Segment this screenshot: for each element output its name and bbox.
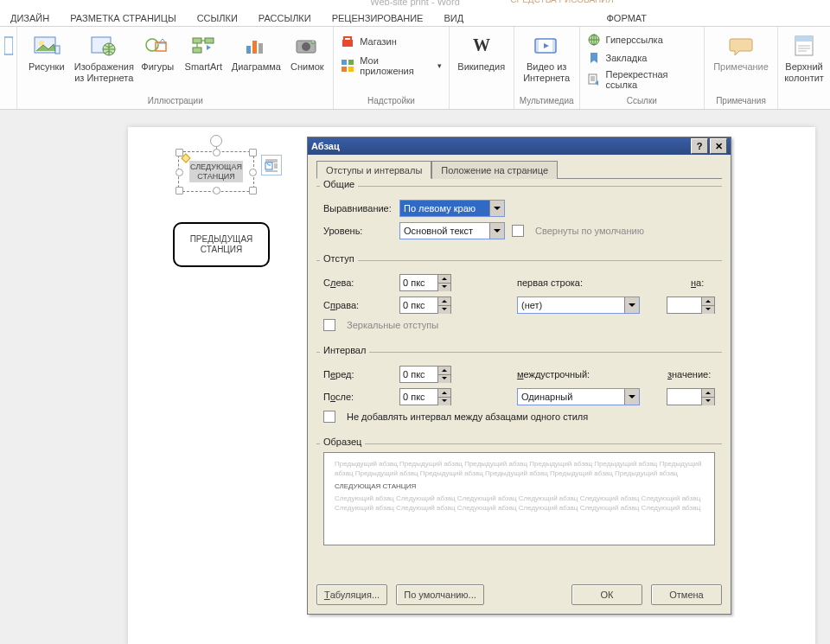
resize-handle[interactable] — [176, 149, 183, 156]
resize-handle[interactable] — [213, 187, 220, 194]
group-general-label: Общие — [320, 179, 358, 189]
bookmark-button[interactable]: Закладка — [585, 50, 649, 66]
svg-text:W: W — [473, 35, 490, 54]
indent-right-spinner[interactable]: 0 пкс — [399, 296, 451, 314]
tab-review[interactable]: РЕЦЕНЗИРОВАНИЕ — [322, 10, 434, 26]
hyperlink-button[interactable]: Гиперссылка — [585, 32, 665, 48]
store-button[interactable]: Магазин — [339, 34, 398, 49]
tab-references[interactable]: ССЫЛКИ — [187, 10, 248, 26]
resize-handle[interactable] — [249, 187, 257, 194]
comment-button[interactable]: Примечание — [710, 30, 772, 73]
bookmark-label: Закладка — [606, 53, 648, 63]
indent-left-spinner[interactable]: 0 пкс — [399, 274, 451, 291]
spin-up[interactable] — [702, 297, 714, 306]
resize-handle[interactable] — [176, 169, 183, 176]
crossref-button[interactable]: Перекрестная ссылка — [585, 68, 699, 91]
comment-icon — [727, 32, 755, 60]
myapps-button[interactable]: Мои приложения ▾ — [339, 54, 443, 77]
smartart-button[interactable]: SmartArt — [181, 30, 226, 73]
chevron-down-icon — [624, 297, 639, 313]
no-space-same-style-checkbox[interactable] — [323, 411, 335, 423]
crossref-label: Перекрестная ссылка — [606, 69, 697, 90]
resize-handle[interactable] — [176, 187, 183, 194]
by-label: на: — [691, 277, 715, 288]
tab-page-position[interactable]: Положение на странице — [431, 161, 558, 179]
spin-down[interactable] — [438, 398, 450, 405]
space-after-spinner[interactable]: 0 пкс — [399, 388, 451, 405]
online-pictures-button[interactable]: Изображения из Интернета — [73, 30, 134, 83]
spin-up[interactable] — [438, 367, 450, 375]
tabs-button[interactable]: Табуляция... — [316, 584, 387, 605]
svg-rect-0 — [4, 37, 13, 54]
tab-view[interactable]: ВИД — [433, 10, 474, 26]
spin-down[interactable] — [438, 375, 450, 383]
outline-level-combo[interactable]: Основной текст — [399, 222, 505, 239]
store-icon — [341, 35, 354, 48]
cancel-button[interactable]: Отмена — [651, 584, 722, 605]
shapes-icon — [144, 32, 171, 60]
rotate-handle[interactable] — [210, 135, 222, 147]
spin-down[interactable] — [438, 306, 450, 314]
screenshot-button[interactable]: + Снимок — [286, 30, 328, 73]
first-line-combo[interactable]: (нет) — [517, 296, 640, 314]
help-button[interactable]: ? — [691, 138, 708, 154]
online-pictures-icon — [90, 32, 118, 60]
preview-current: СЛЕДУЮЩАЯ СТАНЦИЯ — [335, 482, 704, 492]
by-spinner[interactable] — [667, 296, 715, 314]
selected-shape[interactable]: СЛЕДУЮЩАЯ СТАНЦИЯ — [178, 151, 254, 192]
tab-indents-spacing[interactable]: Отступы и интервалы — [316, 161, 431, 179]
svg-rect-18 — [342, 60, 347, 65]
svg-text:+: + — [311, 39, 315, 45]
wikipedia-button[interactable]: W Википедия — [455, 30, 508, 73]
set-default-button[interactable]: По умолчанию... — [396, 584, 484, 605]
spin-up[interactable] — [438, 275, 450, 284]
shape-2[interactable]: ПРЕДЫДУЩАЯ СТАНЦИЯ — [173, 222, 270, 267]
spin-down[interactable] — [702, 306, 714, 314]
dialog-titlebar[interactable]: Абзац ? ✕ — [308, 137, 731, 155]
svg-rect-19 — [348, 60, 354, 65]
tab-design[interactable]: ДИЗАЙН — [0, 10, 60, 26]
group-comments-label: Примечания — [710, 94, 772, 109]
dialog-title: Абзац — [311, 141, 340, 151]
paragraph-dialog: Абзац ? ✕ Отступы и интервалы Положение … — [307, 137, 731, 615]
mirror-indents-checkbox — [323, 319, 335, 331]
spin-up[interactable] — [702, 389, 714, 398]
ok-button[interactable]: ОК — [571, 584, 642, 605]
space-before-spinner[interactable]: 0 пкс — [399, 366, 451, 383]
space-before-label: Перед: — [323, 369, 393, 379]
line-spacing-combo[interactable]: Одинарный — [517, 388, 640, 405]
alignment-combo[interactable]: По левому краю — [399, 200, 505, 217]
spin-up[interactable] — [438, 297, 450, 306]
resize-handle[interactable] — [249, 169, 257, 176]
video-label: Видео из Интернета — [523, 61, 570, 83]
myapps-label: Мои приложения — [360, 55, 430, 76]
svg-rect-25 — [552, 39, 556, 53]
online-video-button[interactable]: Видео из Интернета — [520, 30, 572, 83]
resize-handle[interactable] — [249, 149, 257, 156]
tab-format[interactable]: ФОРМАТ — [597, 10, 658, 26]
spin-down[interactable] — [438, 284, 450, 291]
resize-handle[interactable] — [213, 149, 220, 156]
layout-options-button[interactable] — [261, 155, 282, 175]
close-button[interactable]: ✕ — [710, 138, 727, 154]
tables-button-partial[interactable] — [3, 30, 15, 60]
chart-button[interactable]: Диаграмма — [229, 30, 283, 73]
group-media-label: Мультимедиа — [520, 94, 574, 109]
line-spacing-label: междустрочный: — [517, 369, 603, 379]
window-title: Web-site print - Word — [0, 0, 830, 9]
spin-down[interactable] — [702, 398, 714, 405]
screenshot-icon: + — [293, 32, 321, 60]
shape-text[interactable]: СЛЕДУЮЩАЯ СТАНЦИЯ — [189, 161, 243, 183]
tab-mailings[interactable]: РАССЫЛКИ — [248, 10, 322, 26]
header-button[interactable]: Верхний колонтит — [783, 30, 825, 83]
chart-label: Диаграмма — [232, 61, 281, 73]
collapsed-checkbox — [512, 225, 524, 237]
tab-layout[interactable]: РАЗМЕТКА СТРАНИЦЫ — [60, 10, 186, 26]
chevron-down-icon — [624, 389, 639, 405]
svg-rect-13 — [259, 43, 263, 54]
pictures-button[interactable]: Рисунки — [22, 30, 70, 73]
spin-up[interactable] — [438, 389, 450, 398]
shapes-button[interactable]: Фигуры — [137, 30, 177, 73]
at-spinner[interactable] — [667, 388, 715, 405]
contextual-tab-label: СРЕДСТВА РИСОВАНИЯ — [506, 0, 618, 4]
